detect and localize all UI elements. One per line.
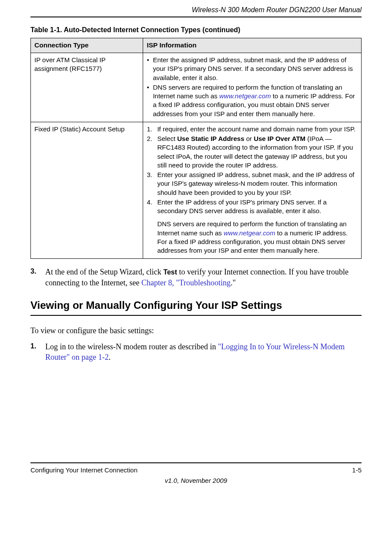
bullet-text: Enter the assigned IP address, subnet ma… [153,56,353,81]
body-step: 1. Log in to the wireless-N modem router… [30,341,362,363]
body-step: 3. At the end of the Setup Wizard, click… [30,267,362,288]
list-bold: Use IP Over ATM [254,135,305,142]
body-step-number: 3. [30,267,36,276]
list-item: 2. Select Use Static IP Address or Use I… [147,134,358,170]
link-netgear[interactable]: www.netgear.com [219,92,271,100]
cell-connection-type: Fixed IP (Static) Account Setup [31,122,143,259]
footer-page-number: 1-5 [352,466,362,475]
list-text: or [244,135,254,142]
list-item: 3. Enter your assigned IP address, subne… [147,171,358,197]
body-step-pre: At the end of the Setup Wizard, click [45,268,163,276]
body-step-bold: Test [163,268,177,276]
table-caption-main: Table 1-1. Auto-Detected Internet Connec… [30,26,201,33]
cell-isp-info: 1. If required, enter the account name a… [143,122,362,259]
body-step-post: . [109,353,111,361]
footer-line: Configuring Your Internet Connection 1-5 [30,466,362,475]
body-step-list: 3. At the end of the Setup Wizard, click… [30,267,362,288]
link-netgear[interactable]: www.netgear.com [224,229,275,237]
section-heading: Viewing or Manually Configuring Your ISP… [30,298,362,312]
body-step-list: 1. Log in to the wireless-N modem router… [30,341,362,363]
list-item: 1. If required, enter the account name a… [147,125,358,134]
list-number: 2. [147,134,155,143]
footer-version: v1.0, November 2009 [30,476,362,485]
body-step-number: 1. [30,341,36,351]
bullet-item: Enter the assigned IP address, subnet ma… [147,56,358,82]
th-connection-type: Connection Type [31,38,143,53]
list-extra-paragraph: DNS servers are required to perform the … [157,220,358,255]
page-footer: Configuring Your Internet Connection 1-5… [30,462,362,485]
body-step-pre: Log in to the wireless-N modem router as… [45,342,218,351]
list-number: 1. [147,125,155,134]
th-isp-information: ISP Information [143,38,362,53]
numbered-list: 1. If required, enter the account name a… [147,125,358,255]
footer-chapter: Configuring Your Internet Connection [30,466,137,475]
cell-connection-type: IP over ATM Classical IP assignment (RFC… [31,53,143,122]
list-text: Enter your assigned IP address, subnet m… [157,171,354,196]
list-text: Select [157,135,177,142]
table-caption: Table 1-1. Auto-Detected Internet Connec… [30,25,362,35]
bullet-item: DNS servers are required to perform the … [147,83,358,118]
list-text: If required, enter the account name and … [157,125,355,133]
link-troubleshooting[interactable]: Chapter 8, "Troubleshooting [141,278,231,287]
intro-paragraph: To view or configure the basic settings: [30,325,362,336]
list-item: 4. Enter the IP address of your ISP's pr… [147,198,358,255]
list-bold: Use Static IP Address [177,135,244,142]
heading-divider [30,315,362,316]
table-row: IP over ATM Classical IP assignment (RFC… [31,53,362,122]
list-number: 3. [147,171,155,179]
list-text: Enter the IP address of your ISP's prima… [157,198,326,214]
table-header-row: Connection Type ISP Information [31,38,362,53]
document-header: Wireless-N 300 Modem Router DGN2200 User… [30,0,362,17]
connection-types-table: Connection Type ISP Information IP over … [30,38,362,259]
footer-divider [30,462,362,463]
list-number: 4. [147,198,155,207]
table-row: Fixed IP (Static) Account Setup 1. If re… [31,122,362,259]
bullet-list: Enter the assigned IP address, subnet ma… [147,56,358,118]
cell-isp-info: Enter the assigned IP address, subnet ma… [143,53,362,122]
body-step-post: ." [231,278,236,287]
table-caption-continued: (continued) [201,26,241,33]
